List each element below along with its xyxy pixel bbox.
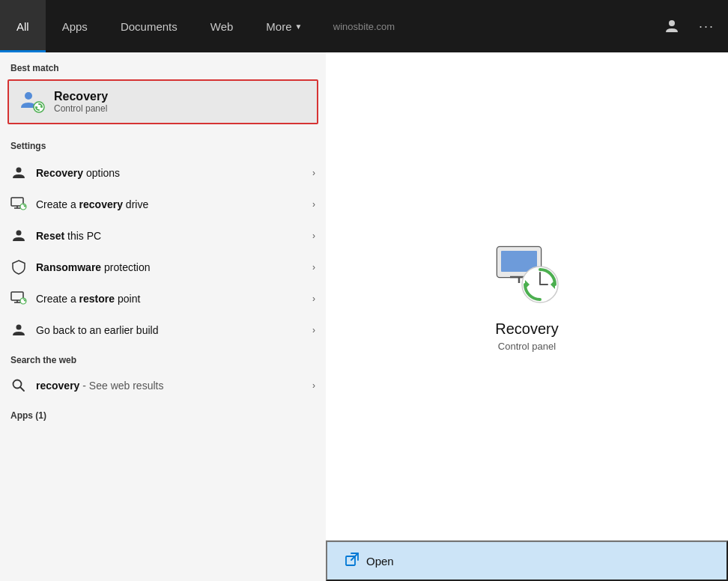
tab-list: All Apps Documents Web More ▼ bbox=[0, 0, 318, 52]
chevron-right-icon: › bbox=[312, 325, 315, 335]
svg-point-8 bbox=[16, 231, 22, 236]
launch-icon bbox=[345, 553, 359, 566]
settings-item-label: Create a restore point bbox=[36, 293, 303, 305]
person-icon bbox=[664, 19, 679, 34]
svg-point-13 bbox=[16, 325, 22, 330]
chevron-right-icon: › bbox=[312, 293, 315, 304]
app-subtitle: Control panel bbox=[498, 341, 556, 352]
best-match-text: Recovery Control panel bbox=[54, 90, 108, 114]
app-preview: Recovery Control panel bbox=[326, 52, 728, 540]
search-icon bbox=[10, 377, 27, 394]
chevron-right-icon: › bbox=[312, 231, 315, 241]
open-icon bbox=[345, 553, 359, 569]
tab-apps[interactable]: Apps bbox=[46, 0, 104, 52]
settings-item-ransomware[interactable]: Ransomware protection › bbox=[0, 252, 326, 283]
left-panel: Best match bbox=[0, 52, 326, 581]
app-action-bar: Open bbox=[326, 540, 728, 581]
recovery-icon-small bbox=[18, 88, 45, 115]
tab-documents[interactable]: Documents bbox=[104, 0, 194, 52]
web-search-label: Search the web bbox=[0, 346, 326, 370]
settings-item-recovery-options[interactable]: Recovery options › bbox=[0, 157, 326, 189]
monitor-icon bbox=[10, 291, 27, 306]
settings-item-restore-point[interactable]: Create a restore point › bbox=[0, 283, 326, 314]
tab-more[interactable]: More ▼ bbox=[249, 0, 318, 52]
tab-all[interactable]: All bbox=[0, 0, 46, 52]
svg-point-1 bbox=[25, 92, 32, 100]
ellipsis-icon: ··· bbox=[699, 19, 715, 34]
person-icon-btn[interactable] bbox=[658, 13, 685, 40]
settings-item-reset-pc[interactable]: Reset this PC › bbox=[0, 220, 326, 252]
recovery-large-icon bbox=[494, 241, 561, 308]
settings-item-create-recovery-drive[interactable]: Create a recovery drive › bbox=[0, 189, 326, 220]
chevron-down-icon: ▼ bbox=[295, 22, 303, 31]
best-match-label: Best match bbox=[0, 52, 326, 79]
topbar-right-actions: ··· bbox=[658, 13, 721, 40]
content-area: Best match bbox=[0, 52, 728, 581]
person-settings-icon bbox=[10, 165, 27, 181]
monitor-restore-icon bbox=[10, 290, 27, 307]
chevron-right-icon: › bbox=[312, 262, 315, 273]
apps-section-label: Apps (1) bbox=[0, 401, 326, 425]
earlier-build-icon bbox=[10, 322, 27, 338]
chevron-right-icon: › bbox=[312, 199, 315, 210]
settings-item-label: Go back to an earlier build bbox=[36, 324, 303, 336]
best-match-subtitle: Control panel bbox=[54, 103, 108, 114]
chevron-right-icon: › bbox=[312, 168, 315, 178]
right-panel: Recovery Control panel Open bbox=[326, 52, 728, 581]
chevron-right-icon: › bbox=[312, 380, 315, 391]
app-preview-icon bbox=[494, 241, 561, 308]
person-icon bbox=[11, 228, 26, 243]
settings-item-label: Ransomware protection bbox=[36, 261, 303, 273]
monitor-recovery-icon bbox=[10, 196, 27, 213]
best-match-title: Recovery bbox=[54, 90, 108, 103]
top-bar: All Apps Documents Web More ▼ winosbite.… bbox=[0, 0, 728, 52]
svg-point-0 bbox=[669, 20, 675, 26]
svg-line-15 bbox=[20, 387, 24, 391]
open-label: Open bbox=[366, 555, 394, 568]
web-search-item[interactable]: recovery - See web results › bbox=[0, 370, 326, 401]
app-name: Recovery bbox=[495, 320, 558, 338]
tab-web[interactable]: Web bbox=[194, 0, 250, 52]
reset-pc-icon bbox=[10, 228, 27, 244]
person-icon bbox=[11, 323, 26, 338]
search-icon-svg bbox=[12, 379, 25, 392]
svg-point-3 bbox=[16, 168, 22, 173]
settings-item-label: Reset this PC bbox=[36, 230, 303, 242]
settings-item-earlier-build[interactable]: Go back to an earlier build › bbox=[0, 314, 326, 346]
ellipsis-icon-btn[interactable]: ··· bbox=[693, 13, 721, 40]
recovery-app-icon bbox=[18, 88, 45, 115]
shield-icon bbox=[10, 259, 27, 276]
monitor-icon bbox=[10, 197, 27, 212]
shield-icon bbox=[12, 260, 25, 275]
open-button[interactable]: Open bbox=[326, 541, 728, 581]
settings-item-label: Create a recovery drive bbox=[36, 198, 303, 210]
best-match-item[interactable]: Recovery Control panel bbox=[7, 79, 318, 124]
person-icon bbox=[11, 165, 26, 180]
settings-item-label: Recovery options bbox=[36, 167, 303, 179]
settings-label: Settings bbox=[0, 130, 326, 157]
website-label: winosbite.com bbox=[333, 21, 395, 32]
web-search-text: recovery - See web results bbox=[36, 380, 303, 392]
